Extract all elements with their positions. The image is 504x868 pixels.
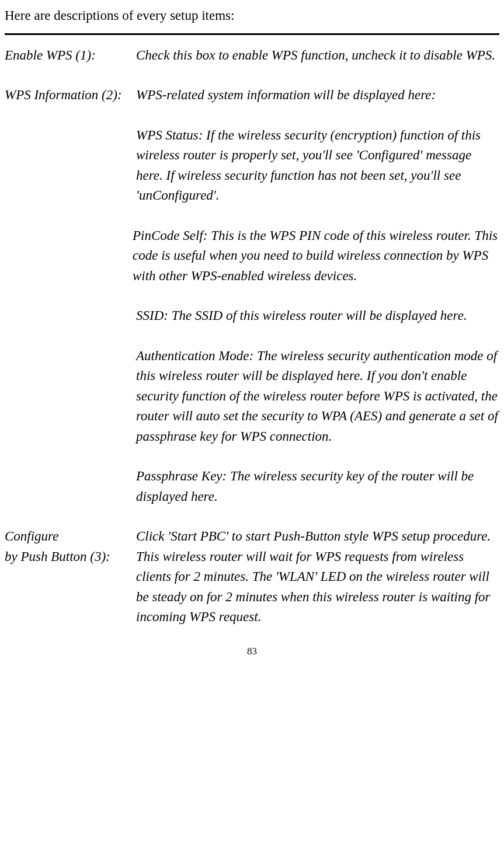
item-term-line2: by Push Button (3): [5,547,136,567]
section-divider [5,33,499,35]
intro-text: Here are descriptions of every setup ite… [5,6,499,26]
subitem-pincode: PinCode Self: This is the WPS PIN code o… [5,226,499,287]
subitem-text: WPS Status: If the wireless security (en… [136,126,499,206]
item-def: Check this box to enable WPS function, u… [136,46,499,66]
subitem-text: SSID: The SSID of this wireless router w… [136,306,499,326]
subitem-wps-status: WPS Status: If the wireless security (en… [5,126,499,206]
subitem-text: Authentication Mode: The wireless securi… [136,346,499,447]
item-row-wps-info: WPS Information (2): WPS-related system … [5,85,499,106]
item-term: WPS Information (2): [5,85,136,106]
item-term: Enable WPS (1): [5,46,136,66]
page-number: 83 [5,644,499,659]
item-def: Click 'Start PBC' to start Push-Button s… [136,527,499,628]
item-row-enable-wps: Enable WPS (1): Check this box to enable… [5,46,499,66]
subitem-ssid: SSID: The SSID of this wireless router w… [5,306,499,326]
item-term-line1: Configure [5,527,136,547]
subitem-auth-mode: Authentication Mode: The wireless securi… [5,346,499,447]
subitem-passphrase: Passphrase Key: The wireless security ke… [5,466,499,507]
subitem-text: Passphrase Key: The wireless security ke… [136,466,499,507]
item-def: WPS-related system information will be d… [136,85,499,106]
item-term: Configure by Push Button (3): [5,527,136,628]
item-row-configure-pbc: Configure by Push Button (3): Click 'Sta… [5,527,499,628]
subitem-text: PinCode Self: This is the WPS PIN code o… [133,226,499,287]
